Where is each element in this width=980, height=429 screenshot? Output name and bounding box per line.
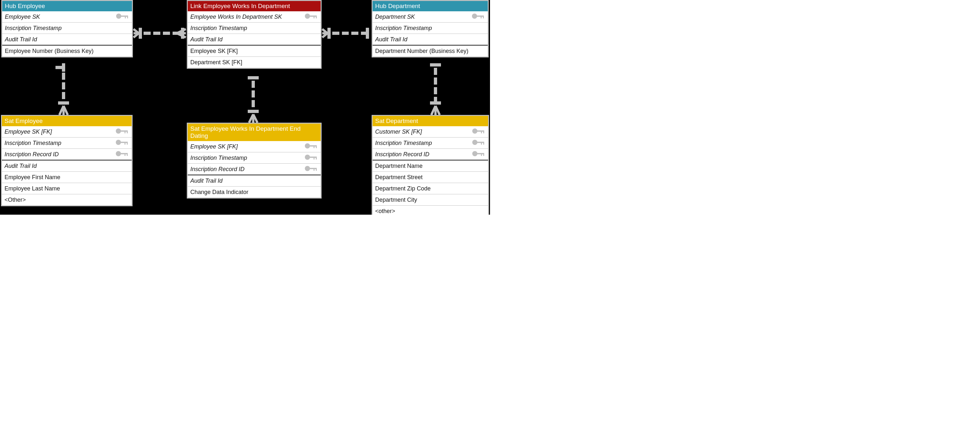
svg-point-12 [116,129,121,134]
entity-row: Audit Trail Id [2,160,132,172]
entity-row: Department Street [372,172,488,183]
svg-rect-2 [125,16,126,18]
svg-rect-7 [316,16,317,18]
row-label: <Other> [5,196,26,203]
entity-row: <other> [372,206,488,215]
svg-rect-45 [477,153,484,154]
entity-row: Employee SK [2,11,132,22]
entity-row: Department Number (Business Key) [372,46,488,56]
entity-sat-department: Sat Department Customer SK [FK]Inscripti… [372,115,489,215]
row-label: Customer SK [FK] [375,129,422,135]
crowfoot-icon [430,105,441,116]
crowfoot-icon [58,105,69,116]
row-label: Department SK [FK] [190,59,242,66]
row-label: Audit Trail Id [5,36,37,43]
row-label: Inscription Record ID [5,151,59,158]
entity-row: Customer SK [FK] [372,126,488,137]
svg-rect-42 [481,142,482,145]
svg-rect-23 [127,153,128,156]
svg-point-44 [472,151,477,156]
row-label: Audit Trail Id [5,163,37,169]
svg-rect-22 [124,153,126,156]
row-label: Employee Number (Business Key) [5,48,94,54]
row-label: Department SK [375,14,415,20]
svg-rect-31 [316,156,317,159]
entity-row: Employee SK [FK] [188,46,321,57]
entity-row: Inscription Record ID [2,149,132,160]
entity-rows: Employee Works In Department SKInscripti… [188,11,321,68]
entity-row: Audit Trail Id [188,175,321,187]
svg-rect-39 [483,131,484,133]
row-label: Employee First Name [5,174,60,181]
svg-rect-10 [480,16,482,18]
svg-rect-37 [477,131,484,132]
entity-rows: Employee SKInscription TimestampAudit Tr… [2,11,132,56]
entity-rows: Employee SK [FK]Inscription TimestampIns… [188,141,321,198]
svg-rect-6 [313,16,315,18]
svg-point-36 [472,129,477,134]
row-label: Employee Works In Department SK [190,14,282,20]
row-label: Employee SK [FK] [190,144,238,150]
svg-point-16 [116,140,121,145]
key-icon [116,139,129,147]
svg-rect-47 [483,153,484,156]
svg-point-20 [116,151,121,156]
entity-row: Department City [372,194,488,206]
entity-row: Employee Works In Department SK [188,11,321,22]
entity-row: Audit Trail Id [372,34,488,46]
svg-rect-41 [477,142,484,143]
entity-row: Employee Number (Business Key) [2,46,132,56]
svg-rect-19 [127,142,128,145]
row-label: Employee Last Name [5,185,60,192]
svg-rect-25 [309,145,317,147]
row-label: Inscription Timestamp [190,25,247,32]
row-label: Employee SK [FK] [5,129,52,135]
entity-header: Hub Department [372,1,488,11]
entity-row: Inscription Timestamp [2,22,132,34]
entity-sat-emp-dept-end: Sat Employee Works In Department End Dat… [187,123,321,199]
svg-point-32 [305,166,310,171]
entity-row: Audit Trail Id [188,34,321,46]
svg-rect-11 [483,16,484,18]
row-label: Inscription Record ID [190,166,245,173]
entity-row: Employee Last Name [2,183,132,194]
row-label: Inscription Timestamp [190,155,247,161]
key-icon [116,128,129,136]
entity-row: <Other> [2,194,132,205]
key-icon [472,128,485,136]
svg-rect-46 [481,153,482,156]
entity-row: Inscription Timestamp [2,137,132,149]
entity-row: Inscription Timestamp [372,22,488,34]
entity-row: Employee SK [FK] [2,126,132,137]
crowfoot-icon [321,28,328,39]
svg-rect-9 [476,16,484,17]
row-label: Department Number (Business Key) [375,48,468,54]
row-label: <other> [375,208,395,215]
row-label: Inscription Timestamp [5,25,62,32]
entity-hub-department: Hub Department Department SKInscription … [372,0,489,57]
svg-rect-18 [124,142,126,145]
svg-rect-3 [127,16,128,18]
row-label: Audit Trail Id [190,177,223,184]
key-icon [304,154,318,162]
key-icon [472,13,485,21]
entity-row: Department Name [372,160,488,172]
key-icon [304,143,318,150]
row-label: Change Data Indicator [190,189,248,196]
row-label: Department Street [375,174,423,181]
svg-point-28 [305,155,310,160]
row-label: Inscription Timestamp [375,25,432,32]
entity-row: Department SK [372,11,488,22]
entity-row: Inscription Record ID [188,164,321,175]
svg-rect-30 [313,156,315,159]
entity-header: Sat Department [372,116,488,126]
entity-rows: Department SKInscription TimestampAudit … [372,11,488,56]
entity-row: Audit Trail Id [2,34,132,46]
crowfoot-icon [133,28,139,39]
row-label: Inscription Timestamp [5,140,61,147]
key-icon [304,13,318,21]
svg-rect-29 [309,156,317,158]
entity-row: Employee First Name [2,172,132,183]
key-icon [472,139,485,147]
entity-rows: Employee SK [FK]Inscription TimestampIns… [2,126,132,205]
